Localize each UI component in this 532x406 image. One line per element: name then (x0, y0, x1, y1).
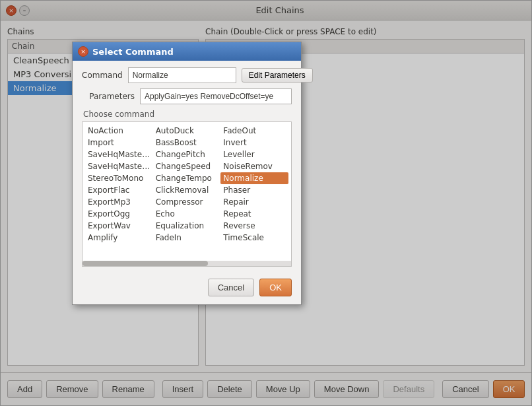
command-grid-wrapper: NoActionAutoDuckFadeOutImportBassBoostIn… (82, 121, 292, 267)
command-item[interactable]: FadeIn (153, 232, 221, 244)
dialog-title-bar: × Select Command (73, 42, 301, 61)
command-item[interactable]: Invert (220, 137, 288, 149)
scrollbar-track (83, 261, 291, 266)
command-label: Command (82, 71, 123, 80)
dialog-close-button[interactable]: × (78, 46, 88, 57)
command-item[interactable]: Normalize (220, 172, 288, 184)
command-item[interactable]: SaveHqMaster1 (85, 149, 153, 160)
choose-command-label: Choose command (83, 110, 292, 119)
command-item[interactable]: ExportWav (85, 220, 153, 232)
parameters-input[interactable] (140, 88, 292, 104)
command-item[interactable]: Reverse (220, 220, 288, 232)
command-item[interactable]: FadeOut (220, 125, 288, 137)
command-item[interactable]: ChangeTempo (153, 172, 221, 184)
command-item[interactable]: NoiseRemov (220, 160, 288, 172)
scrollbar-thumb[interactable] (83, 261, 208, 266)
dialog-body: Command Edit Parameters Parameters Choos… (73, 61, 301, 273)
command-item[interactable]: ClickRemoval (153, 184, 221, 196)
command-item[interactable]: NoAction (85, 125, 153, 137)
command-item[interactable]: AutoDuck (153, 125, 221, 137)
command-item[interactable]: Echo (153, 208, 221, 220)
command-item[interactable]: Compressor (153, 196, 221, 208)
dialog-ok-button[interactable]: OK (259, 279, 292, 296)
command-item[interactable]: BassBoost (153, 137, 221, 149)
command-item[interactable]: Phaser (220, 184, 288, 196)
parameters-row: Parameters (82, 88, 292, 104)
command-item[interactable]: Equalization (153, 220, 221, 232)
command-item[interactable]: ExportMp3 (85, 196, 153, 208)
main-window: × – Edit Chains Chains Chain CleanSpeech… (0, 0, 532, 406)
command-item[interactable]: Repair (220, 196, 288, 208)
dialog-title: Select Command (92, 47, 174, 57)
edit-parameters-button[interactable]: Edit Parameters (242, 68, 313, 83)
command-grid: NoActionAutoDuckFadeOutImportBassBoostIn… (83, 122, 291, 246)
command-item[interactable]: StereoToMono (85, 172, 153, 184)
command-item[interactable]: Leveller (220, 149, 288, 160)
command-input[interactable] (128, 67, 236, 83)
command-item[interactable]: Import (85, 137, 153, 149)
command-item[interactable]: ExportOgg (85, 208, 153, 220)
command-item[interactable]: ChangePitch (153, 149, 221, 160)
dialog-cancel-button[interactable]: Cancel (208, 279, 254, 296)
dialog-overlay: × Select Command Command Edit Parameters… (1, 1, 531, 405)
select-command-dialog: × Select Command Command Edit Parameters… (72, 42, 302, 305)
command-item[interactable]: Amplify (85, 232, 153, 244)
command-item[interactable]: ExportFlac (85, 184, 153, 196)
dialog-buttons: Cancel OK (73, 273, 301, 304)
command-item[interactable]: TimeScale (220, 232, 288, 244)
command-item[interactable]: Repeat (220, 208, 288, 220)
command-item[interactable]: ChangeSpeed (153, 160, 221, 172)
parameters-label: Parameters (82, 92, 135, 101)
command-item[interactable]: SaveHqMaster2 (85, 160, 153, 172)
command-row: Command Edit Parameters (82, 67, 292, 83)
